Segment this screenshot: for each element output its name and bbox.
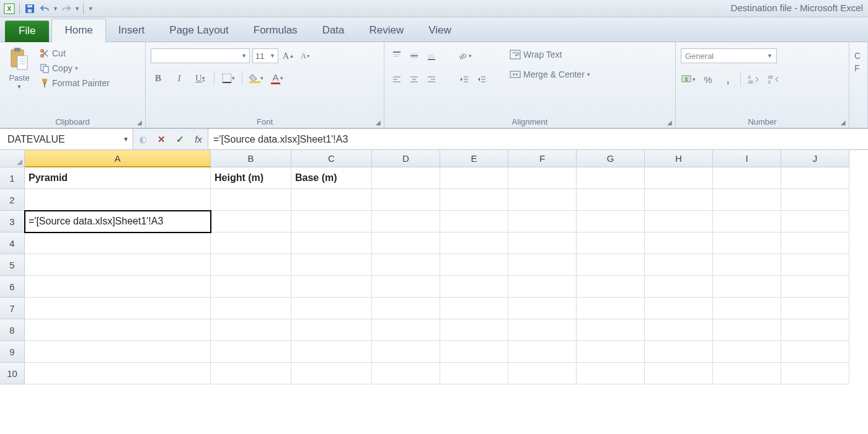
cell-G4[interactable] (577, 232, 645, 254)
row-header-8[interactable]: 8 (0, 319, 25, 341)
customize-qat-icon[interactable]: ▼ (88, 6, 94, 12)
cell-F3[interactable] (508, 211, 577, 232)
copy-button[interactable]: Copy ▾ (37, 62, 112, 74)
cell-A7[interactable] (25, 298, 211, 319)
cell-I4[interactable] (713, 232, 781, 254)
cell-A5[interactable] (25, 254, 211, 276)
cell-G8[interactable] (577, 319, 645, 341)
row-header-4[interactable]: 4 (0, 232, 25, 254)
cell-H4[interactable] (645, 232, 713, 254)
tab-data[interactable]: Data (310, 19, 357, 42)
cell-G3[interactable] (577, 211, 645, 232)
cell-D6[interactable] (372, 276, 440, 298)
redo-icon[interactable] (60, 2, 73, 16)
column-header-E[interactable]: E (440, 150, 508, 167)
tab-review[interactable]: Review (357, 19, 417, 42)
cell-D4[interactable] (372, 232, 440, 254)
cell-E9[interactable] (440, 341, 508, 363)
tab-home[interactable]: Home (51, 19, 105, 42)
formula-cancel-button[interactable]: ✕ (152, 129, 170, 149)
save-icon[interactable] (23, 2, 37, 16)
font-color-button[interactable]: A▾ (270, 71, 285, 86)
cell-I9[interactable] (713, 341, 781, 363)
chevron-down-icon[interactable]: ▼ (123, 136, 129, 143)
comma-style-button[interactable]: , (720, 72, 735, 87)
column-header-C[interactable]: C (291, 150, 372, 167)
cell-C4[interactable] (291, 232, 372, 254)
cell-B10[interactable] (211, 363, 291, 384)
cell-A2[interactable] (25, 189, 211, 211)
column-header-B[interactable]: B (211, 150, 291, 167)
paste-button[interactable]: Paste ▼ (5, 45, 33, 92)
cell-E7[interactable] (440, 298, 508, 319)
cell-A10[interactable] (25, 363, 211, 384)
cell-J6[interactable] (781, 276, 849, 298)
cell-B6[interactable] (211, 276, 291, 298)
cell-G10[interactable] (577, 363, 645, 384)
bold-button[interactable]: B (151, 71, 166, 86)
row-header-10[interactable]: 10 (0, 363, 25, 384)
format-painter-button[interactable]: Format Painter (37, 77, 112, 89)
align-top-icon[interactable] (389, 48, 404, 63)
align-right-icon[interactable] (424, 72, 439, 87)
cell-G7[interactable] (577, 298, 645, 319)
cell-C5[interactable] (291, 254, 372, 276)
increase-font-size-icon[interactable]: A▲ (281, 48, 296, 63)
number-format-combo[interactable]: General ▼ (681, 48, 777, 63)
row-header-1[interactable]: 1 (0, 167, 25, 189)
increase-indent-icon[interactable] (474, 72, 489, 87)
cell-C8[interactable] (291, 319, 372, 341)
cell-J4[interactable] (781, 232, 849, 254)
cell-B1[interactable]: Height (m) (211, 167, 291, 189)
borders-button[interactable]: ▾ (221, 71, 236, 86)
cell-C2[interactable] (291, 189, 372, 211)
cell-E1[interactable] (440, 167, 508, 189)
cell-H3[interactable] (645, 211, 713, 232)
copy-dropdown-icon[interactable]: ▾ (75, 65, 78, 71)
font-dialog-launcher-icon[interactable]: ◢ (374, 118, 383, 126)
chevron-down-icon[interactable]: ▾ (587, 71, 590, 78)
cell-J9[interactable] (781, 341, 849, 363)
column-header-H[interactable]: H (645, 150, 713, 167)
italic-button[interactable]: I (172, 71, 187, 86)
cell-C6[interactable] (291, 276, 372, 298)
cell-C7[interactable] (291, 298, 372, 319)
cell-G6[interactable] (577, 276, 645, 298)
cell-E8[interactable] (440, 319, 508, 341)
align-left-icon[interactable] (389, 72, 404, 87)
cell-C3[interactable] (291, 211, 372, 232)
cell-F7[interactable] (508, 298, 577, 319)
file-tab[interactable]: File (5, 20, 49, 42)
cell-D8[interactable] (372, 319, 440, 341)
clipboard-dialog-launcher-icon[interactable]: ◢ (135, 118, 144, 126)
undo-dropdown-icon[interactable]: ▼ (53, 6, 58, 12)
cell-D9[interactable] (372, 341, 440, 363)
cell-B7[interactable] (211, 298, 291, 319)
cell-J2[interactable] (781, 189, 849, 211)
row-header-3[interactable]: 3 (0, 211, 25, 232)
redo-dropdown-icon[interactable]: ▼ (74, 6, 80, 12)
cell-J7[interactable] (781, 298, 849, 319)
cell-H7[interactable] (645, 298, 713, 319)
increase-decimal-button[interactable]: .0.00 (746, 72, 761, 87)
cell-A1[interactable]: Pyramid (25, 167, 211, 189)
column-header-F[interactable]: F (508, 150, 577, 167)
row-header-2[interactable]: 2 (0, 189, 25, 211)
cell-D10[interactable] (372, 363, 440, 384)
cell-A4[interactable] (25, 232, 211, 254)
cell-D3[interactable] (372, 211, 440, 232)
cell-E4[interactable] (440, 232, 508, 254)
cell-H5[interactable] (645, 254, 713, 276)
cell-J8[interactable] (781, 319, 849, 341)
underline-button[interactable]: U ▾ (193, 71, 208, 86)
cell-I8[interactable] (713, 319, 781, 341)
fill-color-button[interactable]: ▾ (249, 71, 264, 86)
column-header-I[interactable]: I (713, 150, 781, 167)
cell-B3[interactable] (211, 211, 291, 232)
cell-F9[interactable] (508, 341, 577, 363)
undo-icon[interactable] (38, 2, 51, 16)
cell-B4[interactable] (211, 232, 291, 254)
merge-center-button[interactable]: Merge & Center ▾ (507, 68, 593, 81)
cell-B2[interactable] (211, 189, 291, 211)
tab-formulas[interactable]: Formulas (241, 19, 310, 42)
